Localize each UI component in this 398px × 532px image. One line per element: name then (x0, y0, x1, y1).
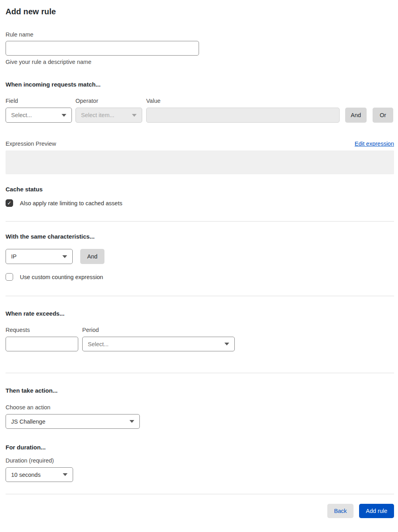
characteristics-heading: With the same characteristics... (6, 233, 393, 240)
footer-actions: Back Add rule (6, 504, 394, 518)
footer-divider (6, 494, 394, 494)
page-title: Add new rule (6, 7, 393, 16)
requests-label: Requests (6, 327, 82, 333)
value-label: Value (146, 98, 160, 104)
section-divider (6, 221, 394, 222)
expression-preview-label: Expression Preview (6, 141, 56, 147)
counting-expression-checkbox-label[interactable]: Use custom counting expression (20, 274, 103, 280)
and-button[interactable]: And (345, 108, 367, 123)
field-select-value: Select... (11, 112, 32, 118)
or-button[interactable]: Or (373, 108, 393, 123)
expression-preview-box (6, 150, 394, 174)
rate-labels-row: Requests Period (6, 327, 393, 333)
chevron-down-icon (63, 473, 68, 476)
characteristic-and-button[interactable]: And (80, 249, 104, 264)
action-select-value: JS Challenge (11, 418, 45, 425)
section-divider (6, 296, 394, 296)
check-icon: ✓ (7, 200, 12, 206)
match-controls-row: Select... Select item... And Or (6, 108, 393, 123)
characteristic-select-value: IP (11, 253, 17, 260)
operator-select[interactable]: Select item... (75, 108, 142, 123)
duration-select[interactable]: 10 seconds (6, 467, 73, 482)
rule-name-label: Rule name (6, 31, 393, 38)
edit-expression-link[interactable]: Edit expression (355, 141, 394, 147)
rate-controls-row: Select... (6, 337, 393, 351)
requests-input[interactable] (6, 337, 78, 351)
duration-select-value: 10 seconds (11, 472, 41, 478)
rule-name-helper: Give your rule a descriptive name (6, 59, 393, 65)
counting-expression-checkbox-row: ✓ Use custom counting expression (6, 273, 393, 281)
duration-label: Duration (required) (6, 457, 393, 464)
cached-assets-checkbox-label[interactable]: Also apply rate limiting to cached asset… (20, 200, 122, 206)
action-select[interactable]: JS Challenge (6, 414, 140, 429)
expression-header: Expression Preview Edit expression (6, 141, 394, 147)
add-rule-button[interactable]: Add rule (359, 504, 394, 518)
action-heading: Then take action... (6, 387, 393, 394)
cache-status-checkbox-row: ✓ Also apply rate limiting to cached ass… (6, 199, 393, 207)
chevron-down-icon (62, 114, 66, 117)
characteristics-row: IP And (6, 249, 393, 264)
choose-action-label: Choose an action (6, 404, 393, 411)
chevron-down-icon (129, 420, 134, 423)
rule-name-group: Rule name Give your rule a descriptive n… (6, 31, 393, 65)
characteristic-select[interactable]: IP (6, 249, 73, 264)
operator-select-value: Select item... (81, 112, 114, 118)
rule-name-input[interactable] (6, 41, 199, 56)
counting-expression-checkbox[interactable]: ✓ (6, 273, 13, 281)
period-select-value: Select... (88, 341, 108, 347)
section-divider (6, 373, 394, 373)
back-button[interactable]: Back (327, 504, 354, 518)
value-input[interactable] (146, 108, 340, 123)
field-label: Field (6, 98, 75, 104)
operator-label: Operator (75, 98, 146, 104)
cache-status-heading: Cache status (6, 186, 393, 193)
duration-heading: For duration... (6, 444, 393, 451)
chevron-down-icon (132, 114, 137, 117)
add-rule-form: Add new rule Rule name Give your rule a … (0, 0, 398, 532)
match-labels-row: Field Operator Value (6, 98, 393, 104)
chevron-down-icon (62, 255, 67, 258)
rate-heading: When rate exceeds... (6, 310, 393, 317)
chevron-down-icon (224, 343, 229, 345)
field-select[interactable]: Select... (6, 108, 72, 123)
match-section-heading: When incoming requests match... (6, 81, 393, 88)
period-label: Period (82, 327, 99, 333)
cached-assets-checkbox[interactable]: ✓ (6, 199, 13, 207)
period-select[interactable]: Select... (82, 337, 235, 351)
